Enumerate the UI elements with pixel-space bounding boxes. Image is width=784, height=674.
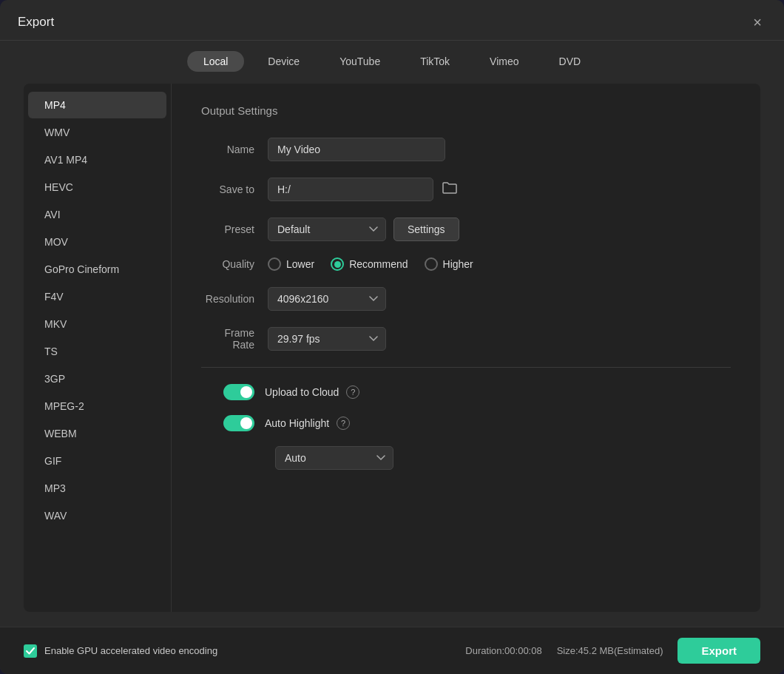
framerate-select[interactable]: 29.97 fps 24 fps 30 fps 60 fps [268, 327, 386, 351]
tab-device[interactable]: Device [251, 51, 316, 72]
export-button[interactable]: Export [677, 638, 760, 664]
export-dialog: Export × Local Device YouTube TikTok Vim… [0, 0, 784, 674]
gpu-checkbox[interactable] [24, 644, 37, 658]
auto-highlight-label: Auto Highlight [265, 417, 329, 429]
quality-recommend-label: Recommend [349, 258, 408, 270]
quality-lower-label: Lower [286, 258, 314, 270]
tab-youtube[interactable]: YouTube [323, 51, 396, 72]
sidebar-item-mpeg2[interactable]: MPEG-2 [28, 393, 166, 419]
sidebar-item-ts[interactable]: TS [28, 338, 166, 365]
gpu-label: Enable GPU accelerated video encoding [44, 645, 217, 656]
quality-label: Quality [201, 258, 268, 270]
duration-info: Duration:00:00:08 [465, 645, 541, 656]
upload-cloud-thumb [240, 386, 252, 398]
dialog-title: Export [18, 15, 54, 30]
quality-recommend-radio[interactable] [331, 257, 344, 271]
sidebar-item-mp4[interactable]: MP4 [28, 92, 166, 118]
sidebar-item-f4v[interactable]: F4V [28, 283, 166, 310]
upload-cloud-toggle[interactable] [223, 384, 254, 400]
sidebar-item-av1mp4[interactable]: AV1 MP4 [28, 146, 166, 173]
framerate-label: Frame Rate [201, 327, 268, 351]
auto-highlight-thumb [240, 417, 252, 429]
size-info: Size:45.2 MB(Estimated) [557, 645, 663, 656]
resolution-label: Resolution [201, 293, 268, 305]
name-input[interactable] [268, 138, 445, 161]
quality-lower-radio[interactable] [268, 257, 281, 271]
tab-tiktok[interactable]: TikTok [404, 51, 466, 72]
settings-button[interactable]: Settings [393, 218, 459, 241]
sidebar-item-mov[interactable]: MOV [28, 229, 166, 255]
output-section-title: Output Settings [201, 104, 731, 117]
divider [201, 367, 731, 368]
preset-label: Preset [201, 223, 268, 235]
quality-recommend-option[interactable]: Recommend [331, 257, 408, 271]
saveto-input[interactable] [268, 178, 433, 201]
auto-select-row: Auto Manual [201, 446, 731, 470]
saveto-row: Save to [201, 178, 731, 201]
quality-row: Quality Lower Recommend Higher [201, 257, 731, 271]
sidebar-item-wmv[interactable]: WMV [28, 119, 166, 146]
dialog-header: Export × [0, 0, 784, 41]
sidebar-item-wav[interactable]: WAV [28, 502, 166, 529]
upload-cloud-label: Upload to Cloud [265, 386, 339, 398]
tab-vimeo[interactable]: Vimeo [473, 51, 535, 72]
path-row [268, 178, 460, 201]
quality-lower-option[interactable]: Lower [268, 257, 314, 271]
resolution-row: Resolution 4096x2160 1920x1080 1280x720 … [201, 287, 731, 311]
sidebar-item-mkv[interactable]: MKV [28, 311, 166, 337]
sidebar-item-mp3[interactable]: MP3 [28, 475, 166, 502]
preset-select[interactable]: Default Custom [268, 218, 386, 241]
quality-higher-label: Higher [443, 258, 473, 270]
resolution-select[interactable]: 4096x2160 1920x1080 1280x720 3840x2160 [268, 287, 386, 311]
framerate-row: Frame Rate 29.97 fps 24 fps 30 fps 60 fp… [201, 327, 731, 351]
preset-row: Preset Default Custom Settings [201, 218, 731, 241]
quality-higher-radio[interactable] [425, 257, 438, 271]
quality-higher-option[interactable]: Higher [425, 257, 473, 271]
upload-cloud-row: Upload to Cloud ? [201, 384, 731, 400]
sidebar-item-gif[interactable]: GIF [28, 448, 166, 474]
upload-cloud-help-icon[interactable]: ? [346, 385, 359, 399]
sidebar-item-webm[interactable]: WEBM [28, 420, 166, 447]
tab-bar: Local Device YouTube TikTok Vimeo DVD [0, 41, 784, 84]
output-settings-panel: Output Settings Name Save to [172, 84, 760, 612]
auto-highlight-toggle[interactable] [223, 415, 254, 431]
sidebar-item-3gp[interactable]: 3GP [28, 365, 166, 392]
quality-options: Lower Recommend Higher [268, 257, 731, 271]
auto-highlight-help-icon[interactable]: ? [337, 417, 350, 430]
tab-dvd[interactable]: DVD [543, 51, 598, 72]
name-label: Name [201, 144, 268, 155]
auto-highlight-row: Auto Highlight ? [201, 415, 731, 431]
tab-local[interactable]: Local [187, 51, 244, 72]
format-sidebar: MP4 WMV AV1 MP4 HEVC AVI MOV GoPro Cinef… [24, 84, 172, 612]
close-button[interactable]: × [748, 13, 766, 31]
saveto-label: Save to [201, 183, 268, 195]
content-area: MP4 WMV AV1 MP4 HEVC AVI MOV GoPro Cinef… [24, 84, 760, 612]
sidebar-item-hevc[interactable]: HEVC [28, 174, 166, 200]
preset-controls: Default Custom Settings [268, 218, 731, 241]
name-row: Name [201, 138, 731, 161]
dialog-footer: Enable GPU accelerated video encoding Du… [0, 627, 784, 674]
sidebar-item-avi[interactable]: AVI [28, 201, 166, 228]
browse-folder-button[interactable] [439, 178, 460, 201]
sidebar-item-goprocineform[interactable]: GoPro Cineform [28, 256, 166, 283]
auto-select[interactable]: Auto Manual [275, 446, 393, 470]
gpu-checkbox-row: Enable GPU accelerated video encoding [24, 644, 217, 658]
